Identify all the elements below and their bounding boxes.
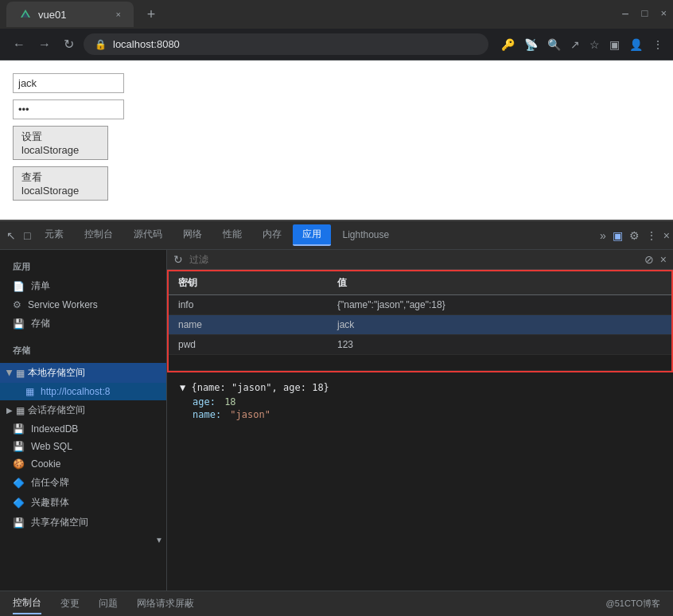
sidebar-item-indexeddb[interactable]: 💾 IndexedDB [0,420,166,438]
devtools-pointer-icon[interactable]: ↖ [3,229,19,242]
sidebar-item-trust-tokens[interactable]: 🔷 信任令牌 [0,473,166,493]
session-chevron: ▶ [6,406,13,415]
object-properties: age: 18 name: "jason" [180,396,660,420]
tab-favicon [19,8,32,21]
local-storage-icon: ▦ [16,368,25,379]
row-pwd-value: 123 [334,337,665,353]
sidebar-item-shared-storage[interactable]: 💾 共享存储空间 [0,513,166,532]
sidebar-item-service-workers[interactable]: ⚙ Service Workers [0,296,166,314]
sidebar-section-app: 应用 [0,256,166,276]
local-storage-chevron: ▶ [6,370,14,376]
bottom-tab-network-blocking[interactable]: 网络请求屏蔽 [137,594,194,614]
table-row[interactable]: name jack [169,315,671,335]
profile-icon[interactable]: 👤 [629,38,643,51]
filter-refresh-icon[interactable]: ↻ [173,253,183,266]
address-bar: ← → ↻ 🔒 localhost:8080 🔑 📡 🔍 ↗ ☆ ▣ 👤 ⋮ [0,29,673,60]
tab-elements[interactable]: 元素 [35,221,73,249]
table-row[interactable]: info {"name":"jason","age":18} [169,295,671,315]
manifest-icon: 📄 [13,281,25,292]
bottom-tab-changes[interactable]: 变更 [60,594,80,614]
menu-icon[interactable]: ⋮ [652,38,663,51]
devtools-body: 应用 📄 清单 ⚙ Service Workers 💾 存储 存储 [0,250,673,591]
sidebar-item-storage[interactable]: 💾 存储 [0,314,166,333]
sidebar-item-manifest[interactable]: 📄 清单 [0,276,166,296]
new-tab-button[interactable]: + [140,3,162,25]
websql-icon: 💾 [13,441,25,452]
sidebar-item-cookie[interactable]: 🍪 Cookie [0,455,166,473]
local-storage-header[interactable]: ▶ ▦ 本地存储空间 [0,363,166,383]
panel-layout-icon[interactable]: ▣ [613,229,623,242]
service-workers-icon: ⚙ [13,299,21,310]
sidebar-section-storage: 存储 [0,340,166,360]
localstorage-data-section: 密钥 值 info {"name":"jason","age":18} name… [167,270,673,372]
age-value: 18 [224,396,235,407]
cookie-icon: 🍪 [13,458,25,470]
back-button[interactable]: ← [10,34,29,55]
devtools-inspect-icon[interactable]: □ [21,229,33,242]
object-root-text: ▼ {name: "jason", age: 18} [180,382,329,393]
tab-close-button[interactable]: × [116,10,121,19]
url-text: localhost:8080 [113,38,180,50]
name-property: name: "jason" [193,409,660,420]
more-tabs-icon[interactable]: » [600,229,606,242]
trust-token-label: 信任令牌 [31,476,69,489]
maximize-button[interactable]: □ [642,7,648,21]
devtools-sidebar: 应用 📄 清单 ⚙ Service Workers 💾 存储 存储 [0,250,167,591]
age-property: age: 18 [193,396,660,407]
title-bar: vue01 × + − □ × [0,0,673,29]
age-key: age: [193,396,216,407]
filter-input[interactable] [189,254,638,265]
devtools-toolbar: ↖ □ 元素 控制台 源代码 网络 性能 内存 应用 Lighthouse » … [0,221,673,250]
devtools-settings-icon[interactable]: ⚙ [629,229,640,242]
bookmark-icon: ☆ [589,38,600,51]
name-input[interactable] [13,73,124,93]
sidebar-toggle-icon[interactable]: ▣ [609,38,620,51]
filter-clear-icon[interactable]: × [660,253,667,266]
get-localstorage-button[interactable]: 查看localStorage [13,166,108,201]
filter-block-icon[interactable]: ⊘ [644,253,654,266]
object-preview: ▼ {name: "jason", age: 18} age: 18 name:… [167,372,673,430]
object-root: ▼ {name: "jason", age: 18} [180,382,660,393]
forward-button[interactable]: → [35,34,54,55]
bottom-tab-issues[interactable]: 问题 [99,594,118,614]
local-storage-group: ▶ ▦ 本地存储空间 ▦ http://localhost:8 [0,363,166,400]
url-bar[interactable]: 🔒 localhost:8080 [84,33,488,55]
devtools-panel: ↖ □ 元素 控制台 源代码 网络 性能 内存 应用 Lighthouse » … [0,220,673,616]
sidebar-item-websql[interactable]: 💾 Web SQL [0,438,166,455]
websql-label: Web SQL [31,441,72,452]
lock-icon: 🔒 [95,39,107,50]
set-localstorage-button[interactable]: 设置localStorage [13,126,108,160]
row-name-key: name [175,317,334,333]
sidebar-service-workers-label: Service Workers [28,299,98,310]
storage-icon: 💾 [13,318,25,329]
tab-sources[interactable]: 源代码 [124,221,172,249]
scroll-indicator: ▼ [0,536,166,544]
tab-console[interactable]: 控制台 [75,221,123,249]
tab-network[interactable]: 网络 [173,221,212,249]
devtools-menu-icon[interactable]: ⋮ [646,229,657,242]
name-key: name: [193,409,221,420]
devtools-more-controls: » ▣ ⚙ ⋮ × [600,229,670,242]
table-header: 密钥 值 [169,271,671,295]
refresh-button[interactable]: ↻ [60,33,77,55]
shared-storage-icon: 💾 [13,517,25,528]
key-icon: 🔑 [501,38,515,51]
tab-performance[interactable]: 性能 [213,221,251,249]
table-row[interactable]: pwd 123 [169,335,671,355]
password-input[interactable] [13,99,124,119]
sidebar-item-interest-groups[interactable]: 🔷 兴趣群体 [0,493,166,513]
tab-application[interactable]: 应用 [293,224,331,246]
browser-tab[interactable]: vue01 × [6,2,134,27]
tab-lighthouse[interactable]: Lighthouse [333,223,399,248]
minimize-button[interactable]: − [621,7,628,21]
tab-memory[interactable]: 内存 [253,221,291,249]
session-label: 会话存储空间 [28,404,85,417]
window-controls: − □ × [621,7,667,21]
cast-icon: 📡 [524,38,538,51]
session-storage-header[interactable]: ▶ ▦ 会话存储空间 [0,400,166,420]
localhost-label: http://localhost:8 [41,386,110,397]
bottom-tab-console[interactable]: 控制台 [13,593,41,614]
close-button[interactable]: × [660,7,667,21]
devtools-close-icon[interactable]: × [663,229,670,242]
localhost-storage-item[interactable]: ▦ http://localhost:8 [0,383,166,400]
